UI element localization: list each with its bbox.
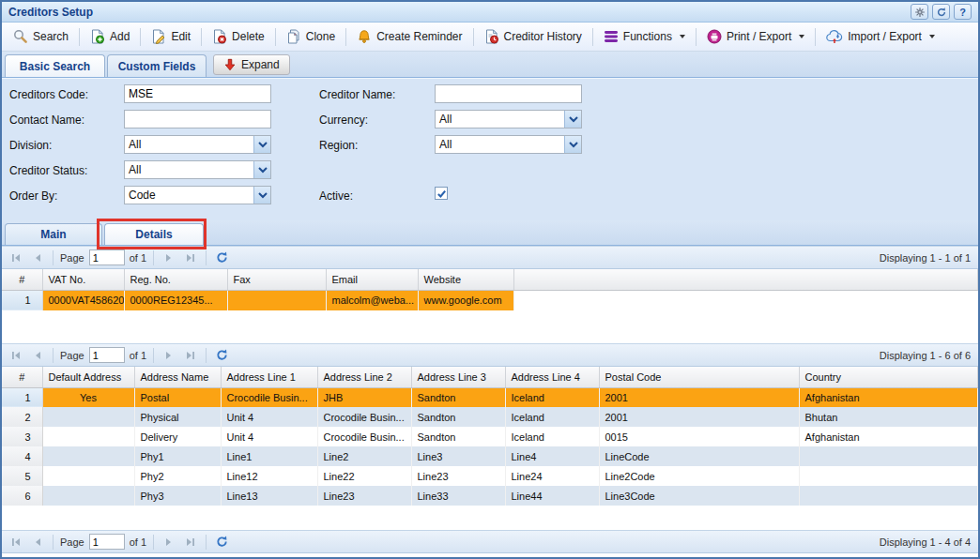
cell-address-line-1[interactable]: Line1 (221, 446, 317, 466)
column-header-address-line-1[interactable]: Address Line 1 (221, 367, 317, 387)
cell-address-line-4[interactable]: Line24 (505, 466, 599, 486)
cell-address-line-3[interactable]: Line3 (411, 446, 505, 466)
next-page-button[interactable] (161, 347, 177, 364)
table-row[interactable]: 3 Delivery Unit 4 Crocodile Busin... San… (2, 427, 978, 446)
tab-custom-fields[interactable]: Custom Fields (107, 54, 207, 77)
cell-country[interactable] (799, 466, 978, 486)
table-row[interactable]: 5 Phy2 Line12 Line22 Line23 Line24 Line2… (2, 466, 978, 486)
cell-website[interactable]: www.google.com (418, 290, 513, 310)
cell-address-line-3[interactable]: Line33 (411, 486, 505, 506)
row-number-cell[interactable]: 6 (2, 486, 42, 506)
cell-address-name[interactable]: Phy1 (134, 446, 221, 466)
currency-select[interactable]: All (435, 110, 582, 128)
cell-address-line-2[interactable]: Line22 (317, 466, 411, 486)
creditor-history-button[interactable]: Creditor History (478, 26, 589, 47)
cell-postal-code[interactable]: 2001 (599, 407, 799, 427)
cell-country[interactable] (799, 446, 978, 466)
cell-address-line-1[interactable]: Line13 (221, 486, 317, 506)
cell-address-line-4[interactable]: Line44 (505, 486, 599, 506)
column-header-address-line-4[interactable]: Address Line 4 (505, 367, 599, 387)
column-header-vat-no[interactable]: VAT No. (42, 269, 124, 290)
table-row[interactable]: 6 Phy3 Line13 Line23 Line33 Line44 Line3… (2, 486, 978, 506)
help-button[interactable]: ? (954, 4, 972, 20)
column-header-address-line-3[interactable]: Address Line 3 (411, 367, 505, 387)
cell-address-line-3[interactable]: Line23 (411, 466, 505, 486)
tab-main[interactable]: Main (5, 223, 102, 245)
cell-postal-code[interactable]: Line2Code (599, 466, 799, 486)
cell-postal-code[interactable]: 2001 (599, 387, 799, 407)
active-checkbox[interactable] (435, 187, 448, 200)
print-export-menu-button[interactable]: Print / Export (700, 26, 811, 47)
table-row[interactable]: 1 0000VAT458620 0000REG12345... malcolm@… (2, 290, 978, 310)
row-number-cell[interactable]: 1 (2, 387, 42, 407)
cell-default-address[interactable] (42, 486, 134, 506)
tab-details[interactable]: Details (104, 223, 204, 245)
row-number-cell[interactable]: 4 (2, 446, 42, 466)
refresh-grid-button[interactable] (213, 347, 230, 364)
contact-name-input[interactable] (124, 110, 271, 128)
cell-default-address[interactable] (42, 427, 134, 446)
cell-address-line-2[interactable]: JHB (317, 387, 411, 407)
functions-menu-button[interactable]: Functions (597, 27, 692, 46)
add-button[interactable]: Add (84, 26, 136, 47)
search-button[interactable]: Search (7, 26, 75, 47)
column-header-reg-no[interactable]: Reg. No. (124, 269, 227, 290)
column-header-country[interactable]: Country (799, 367, 978, 387)
row-number-cell[interactable]: 5 (2, 466, 42, 486)
column-header-num[interactable]: # (2, 367, 42, 387)
cell-address-line-1[interactable]: Line12 (221, 466, 317, 486)
cell-address-line-2[interactable]: Crocodile Busin... (317, 427, 411, 446)
last-page-button[interactable] (182, 249, 199, 266)
column-header-num[interactable]: # (2, 269, 42, 290)
cell-country[interactable]: Afghanistan (799, 427, 978, 446)
cell-postal-code[interactable]: LineCode (599, 446, 799, 466)
column-header-address-line-2[interactable]: Address Line 2 (317, 367, 411, 387)
column-header-email[interactable]: Email (326, 269, 418, 290)
edit-button[interactable]: Edit (145, 26, 197, 47)
expand-button[interactable]: Expand (213, 54, 290, 75)
column-header-default-address[interactable]: Default Address (42, 367, 134, 387)
order-by-select[interactable]: Code (124, 186, 271, 204)
creditor-name-input[interactable] (435, 84, 582, 103)
cell-country[interactable]: Afghanistan (799, 387, 978, 407)
tab-basic-search[interactable]: Basic Search (5, 54, 105, 77)
clone-button[interactable]: Clone (280, 26, 342, 47)
cell-address-line-4[interactable]: Iceland (505, 427, 599, 446)
page-number-input[interactable] (89, 347, 125, 363)
cell-country[interactable]: Bhutan (799, 407, 978, 427)
cell-address-line-1[interactable]: Unit 4 (221, 407, 317, 427)
region-select[interactable]: All (435, 135, 582, 154)
cell-address-name[interactable]: Phy3 (134, 486, 221, 506)
settings-button[interactable] (911, 4, 928, 20)
first-page-button[interactable] (8, 347, 24, 364)
cell-address-line-4[interactable]: Iceland (505, 387, 599, 407)
cell-address-line-2[interactable]: Line2 (317, 446, 411, 466)
table-row[interactable]: 2 Physical Unit 4 Crocodile Busin... San… (2, 407, 978, 427)
cell-address-line-4[interactable]: Iceland (505, 407, 599, 427)
cell-address-line-4[interactable]: Line4 (505, 446, 599, 466)
cell-country[interactable] (799, 486, 978, 506)
refresh-grid-button[interactable] (213, 534, 230, 551)
cell-default-address[interactable] (42, 466, 134, 486)
cell-address-name[interactable]: Postal (134, 387, 221, 407)
last-page-button[interactable] (182, 534, 199, 551)
column-header-website[interactable]: Website (418, 269, 513, 290)
first-page-button[interactable] (8, 534, 24, 551)
cell-default-address[interactable] (42, 446, 134, 466)
import-export-menu-button[interactable]: Import / Export (819, 26, 942, 47)
cell-address-line-3[interactable]: Sandton (411, 387, 505, 407)
cell-address-line-2[interactable]: Line23 (317, 486, 411, 506)
row-number-cell[interactable]: 3 (2, 427, 42, 446)
cell-address-line-1[interactable]: Unit 4 (221, 427, 317, 446)
cell-email[interactable]: malcolm@weba... (326, 290, 418, 310)
column-header-postal-code[interactable]: Postal Code (599, 367, 799, 387)
next-page-button[interactable] (161, 534, 177, 551)
cell-address-name[interactable]: Physical (134, 407, 221, 427)
cell-address-line-2[interactable]: Crocodile Busin... (317, 407, 411, 427)
cell-address-line-3[interactable]: Sandton (411, 407, 505, 427)
prev-page-button[interactable] (29, 347, 46, 364)
last-page-button[interactable] (182, 347, 199, 364)
creditors-code-input[interactable] (124, 84, 271, 103)
row-number-cell[interactable]: 1 (2, 290, 42, 310)
cell-postal-code[interactable]: 0015 (599, 427, 799, 446)
